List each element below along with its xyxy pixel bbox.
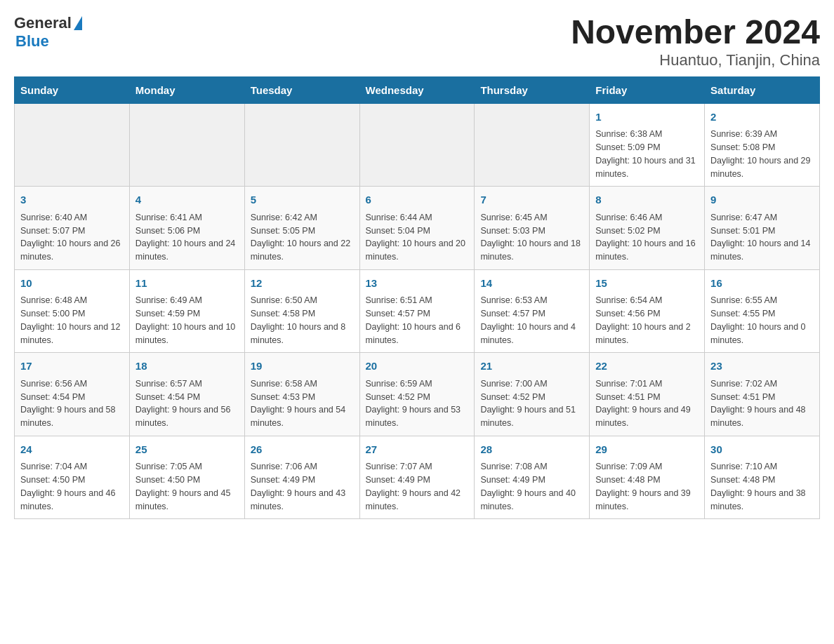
day-number: 13	[366, 276, 469, 292]
day-info: Sunrise: 7:02 AMSunset: 4:51 PMDaylight:…	[710, 377, 814, 430]
day-number: 23	[710, 358, 814, 375]
table-row: 16Sunrise: 6:55 AMSunset: 4:55 PMDayligh…	[705, 269, 820, 353]
day-info: Sunrise: 6:47 AMSunset: 5:01 PMDaylight:…	[710, 211, 814, 264]
table-row: 18Sunrise: 6:57 AMSunset: 4:54 PMDayligh…	[129, 353, 244, 436]
table-row: 26Sunrise: 7:06 AMSunset: 4:49 PMDayligh…	[244, 436, 359, 519]
table-row: 4Sunrise: 6:41 AMSunset: 5:06 PMDaylight…	[129, 187, 244, 270]
day-number: 4	[135, 192, 239, 208]
day-number: 26	[251, 442, 354, 458]
table-row: 7Sunrise: 6:45 AMSunset: 5:03 PMDaylight…	[475, 187, 590, 270]
table-row: 12Sunrise: 6:50 AMSunset: 4:58 PMDayligh…	[244, 269, 359, 353]
day-number: 9	[710, 192, 814, 208]
calendar-week-row: 3Sunrise: 6:40 AMSunset: 5:07 PMDaylight…	[15, 187, 820, 270]
table-row	[129, 103, 244, 187]
calendar-week-row: 1Sunrise: 6:38 AMSunset: 5:09 PMDaylight…	[15, 103, 820, 187]
table-row	[475, 103, 590, 187]
col-tuesday: Tuesday	[244, 76, 359, 103]
day-number: 12	[251, 276, 354, 292]
table-row: 5Sunrise: 6:42 AMSunset: 5:05 PMDaylight…	[244, 187, 359, 270]
day-number: 5	[251, 192, 354, 208]
day-number: 19	[251, 358, 354, 375]
day-number: 25	[135, 442, 239, 458]
day-number: 29	[595, 442, 699, 458]
day-info: Sunrise: 6:59 AMSunset: 4:52 PMDaylight:…	[366, 377, 469, 430]
day-info: Sunrise: 6:39 AMSunset: 5:08 PMDaylight:…	[710, 128, 814, 180]
day-info: Sunrise: 7:04 AMSunset: 4:50 PMDaylight:…	[20, 460, 124, 513]
day-info: Sunrise: 7:08 AMSunset: 4:49 PMDaylight:…	[480, 460, 583, 513]
table-row: 27Sunrise: 7:07 AMSunset: 4:49 PMDayligh…	[359, 436, 475, 519]
day-number: 18	[135, 358, 239, 375]
table-row: 3Sunrise: 6:40 AMSunset: 5:07 PMDaylight…	[15, 187, 130, 270]
table-row: 23Sunrise: 7:02 AMSunset: 4:51 PMDayligh…	[705, 353, 820, 436]
table-row	[359, 103, 475, 187]
calendar-table: Sunday Monday Tuesday Wednesday Thursday…	[14, 76, 820, 520]
table-row: 21Sunrise: 7:00 AMSunset: 4:52 PMDayligh…	[475, 353, 590, 436]
day-info: Sunrise: 7:10 AMSunset: 4:48 PMDaylight:…	[710, 460, 814, 513]
day-number: 7	[480, 192, 583, 208]
table-row: 24Sunrise: 7:04 AMSunset: 4:50 PMDayligh…	[15, 436, 130, 519]
day-number: 8	[595, 192, 699, 208]
table-row: 1Sunrise: 6:38 AMSunset: 5:09 PMDaylight…	[590, 103, 705, 187]
day-number: 3	[20, 192, 124, 208]
logo-triangle-icon	[74, 16, 82, 30]
col-sunday: Sunday	[15, 76, 130, 103]
day-info: Sunrise: 6:42 AMSunset: 5:05 PMDaylight:…	[251, 211, 354, 264]
calendar-week-row: 10Sunrise: 6:48 AMSunset: 5:00 PMDayligh…	[15, 269, 820, 353]
day-info: Sunrise: 6:46 AMSunset: 5:02 PMDaylight:…	[595, 211, 699, 264]
day-info: Sunrise: 6:58 AMSunset: 4:53 PMDaylight:…	[251, 377, 354, 430]
table-row: 15Sunrise: 6:54 AMSunset: 4:56 PMDayligh…	[590, 269, 705, 353]
day-number: 24	[20, 442, 124, 458]
day-info: Sunrise: 6:40 AMSunset: 5:07 PMDaylight:…	[20, 211, 124, 264]
day-number: 22	[595, 358, 699, 375]
day-info: Sunrise: 6:51 AMSunset: 4:57 PMDaylight:…	[366, 294, 469, 347]
day-info: Sunrise: 7:09 AMSunset: 4:48 PMDaylight:…	[595, 460, 699, 513]
day-number: 28	[480, 442, 583, 458]
day-info: Sunrise: 7:06 AMSunset: 4:49 PMDaylight:…	[251, 460, 354, 513]
day-info: Sunrise: 7:01 AMSunset: 4:51 PMDaylight:…	[595, 377, 699, 430]
day-info: Sunrise: 6:54 AMSunset: 4:56 PMDaylight:…	[595, 294, 699, 347]
table-row: 29Sunrise: 7:09 AMSunset: 4:48 PMDayligh…	[590, 436, 705, 519]
col-wednesday: Wednesday	[359, 76, 475, 103]
col-thursday: Thursday	[475, 76, 590, 103]
table-row: 28Sunrise: 7:08 AMSunset: 4:49 PMDayligh…	[475, 436, 590, 519]
day-number: 16	[710, 276, 814, 292]
day-info: Sunrise: 6:53 AMSunset: 4:57 PMDaylight:…	[480, 294, 583, 347]
table-row: 14Sunrise: 6:53 AMSunset: 4:57 PMDayligh…	[475, 269, 590, 353]
col-friday: Friday	[590, 76, 705, 103]
table-row: 30Sunrise: 7:10 AMSunset: 4:48 PMDayligh…	[705, 436, 820, 519]
day-number: 6	[366, 192, 469, 208]
table-row: 13Sunrise: 6:51 AMSunset: 4:57 PMDayligh…	[359, 269, 475, 353]
day-number: 21	[480, 358, 583, 375]
table-row: 11Sunrise: 6:49 AMSunset: 4:59 PMDayligh…	[129, 269, 244, 353]
day-info: Sunrise: 6:56 AMSunset: 4:54 PMDaylight:…	[20, 377, 124, 430]
table-row: 25Sunrise: 7:05 AMSunset: 4:50 PMDayligh…	[129, 436, 244, 519]
col-monday: Monday	[129, 76, 244, 103]
table-row: 2Sunrise: 6:39 AMSunset: 5:08 PMDaylight…	[705, 103, 820, 187]
table-row	[244, 103, 359, 187]
day-info: Sunrise: 7:00 AMSunset: 4:52 PMDaylight:…	[480, 377, 583, 430]
calendar-header-row: Sunday Monday Tuesday Wednesday Thursday…	[15, 76, 820, 103]
day-number: 10	[20, 276, 124, 292]
col-saturday: Saturday	[705, 76, 820, 103]
logo-general-text: General	[14, 14, 72, 32]
table-row: 20Sunrise: 6:59 AMSunset: 4:52 PMDayligh…	[359, 353, 475, 436]
day-info: Sunrise: 6:44 AMSunset: 5:04 PMDaylight:…	[366, 211, 469, 264]
day-number: 14	[480, 276, 583, 292]
day-info: Sunrise: 6:57 AMSunset: 4:54 PMDaylight:…	[135, 377, 239, 430]
logo-blue-text: Blue	[15, 32, 49, 51]
day-info: Sunrise: 6:41 AMSunset: 5:06 PMDaylight:…	[135, 211, 239, 264]
table-row: 10Sunrise: 6:48 AMSunset: 5:00 PMDayligh…	[15, 269, 130, 353]
table-row: 22Sunrise: 7:01 AMSunset: 4:51 PMDayligh…	[590, 353, 705, 436]
table-row: 9Sunrise: 6:47 AMSunset: 5:01 PMDaylight…	[705, 187, 820, 270]
day-number: 1	[595, 109, 699, 126]
table-row: 8Sunrise: 6:46 AMSunset: 5:02 PMDaylight…	[590, 187, 705, 270]
day-number: 30	[710, 442, 814, 458]
day-info: Sunrise: 6:45 AMSunset: 5:03 PMDaylight:…	[480, 211, 583, 264]
day-number: 11	[135, 276, 239, 292]
page-subtitle: Huantuo, Tianjin, China	[571, 51, 820, 69]
day-info: Sunrise: 6:50 AMSunset: 4:58 PMDaylight:…	[251, 294, 354, 347]
page-header: General Blue November 2024 Huantuo, Tian…	[14, 14, 820, 69]
page-title: November 2024	[571, 14, 820, 51]
table-row: 6Sunrise: 6:44 AMSunset: 5:04 PMDaylight…	[359, 187, 475, 270]
calendar-week-row: 24Sunrise: 7:04 AMSunset: 4:50 PMDayligh…	[15, 436, 820, 519]
